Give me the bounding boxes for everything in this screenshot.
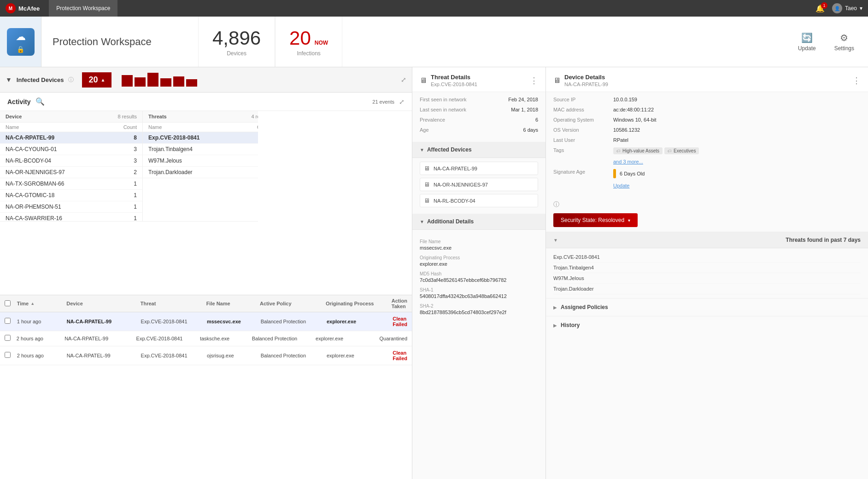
device-row[interactable]: NA-OR-NJENNIGES-97 2 bbox=[0, 167, 142, 178]
last-user-key: Last User bbox=[553, 137, 613, 143]
history-label: History bbox=[561, 322, 580, 328]
device-row[interactable]: NA-OR-PHEMSON-51 1 bbox=[0, 201, 142, 213]
threat-detail-rows: First seen in network Feb 24, 2018 Last … bbox=[412, 92, 545, 142]
history-header[interactable]: ▶ History bbox=[546, 316, 868, 334]
last-seen-val: Mar 1, 2018 bbox=[480, 107, 538, 112]
update-label: Update bbox=[798, 45, 816, 52]
log-policy-header: Active Policy bbox=[260, 301, 325, 306]
threat-panel-title: Threat Details bbox=[431, 74, 477, 81]
select-all-checkbox[interactable] bbox=[5, 300, 11, 306]
device-count: 1 bbox=[114, 204, 137, 210]
log-row[interactable]: 2 hours ago NA-CA-RPATEL-99 Exp.CVE-2018… bbox=[0, 346, 412, 365]
additional-details-section[interactable]: ▼ Additional Details bbox=[412, 214, 545, 230]
threats-count-header: Count bbox=[247, 124, 258, 130]
sig-age-row: Signature Age 6 Days Old bbox=[553, 169, 861, 178]
log-row-checkbox[interactable] bbox=[5, 352, 16, 359]
security-state-button[interactable]: Security State: Resoloved ▾ bbox=[553, 213, 638, 227]
spark-bar-4 bbox=[160, 78, 171, 87]
age-row: Age 6 days bbox=[420, 127, 538, 133]
log-row[interactable]: 1 hour ago NA-CA-RPATEL-99 Exp.CVE-2018-… bbox=[0, 312, 412, 331]
security-state-label: Security State: Resoloved bbox=[561, 217, 624, 223]
mcafee-logo: M McAfee bbox=[6, 3, 40, 13]
user-name: Taeo bbox=[845, 5, 857, 12]
threat-row[interactable]: Exp.CVE-2018-0841 3 bbox=[143, 132, 258, 144]
devices-count: 4,896 bbox=[212, 27, 261, 49]
update-action[interactable]: 🔄 Update bbox=[798, 32, 816, 52]
threats-found-header[interactable]: ▼ Threats found in past 7 days bbox=[546, 232, 868, 248]
expand-icon[interactable]: ⤢ bbox=[401, 76, 406, 83]
log-row-checkbox[interactable] bbox=[5, 335, 16, 342]
affected-device-name: NA-OR-NJENNIGES-97 bbox=[434, 182, 488, 187]
affected-devices-section[interactable]: ▼ Affected Devices bbox=[412, 142, 545, 158]
device-count: 1 bbox=[114, 181, 137, 187]
header-title-area: Protection Workspace bbox=[41, 17, 198, 67]
log-row[interactable]: 2 hours ago NA-CA-RPATEL-99 Exp.CVE-2018… bbox=[0, 331, 412, 346]
user-menu[interactable]: 👤 Taeo ▾ bbox=[832, 3, 862, 13]
device-count: 1 bbox=[114, 192, 137, 199]
log-file-header: File Name bbox=[206, 301, 259, 306]
source-ip-val: 10.0.0.159 bbox=[613, 97, 637, 102]
infected-bar-info-icon[interactable]: ⓘ bbox=[68, 76, 74, 84]
device-row[interactable]: NA-TX-SGROBMAN-66 1 bbox=[0, 178, 142, 190]
threat-row[interactable]: Trojan.Tinbalgen4 2 bbox=[143, 144, 258, 155]
nav-tab-protection-workspace[interactable]: Protection Workspace bbox=[49, 0, 117, 17]
source-ip-row: Source IP 10.0.0.159 bbox=[553, 97, 861, 102]
os-ver-val: 10586.1232 bbox=[613, 127, 640, 133]
threat-row[interactable]: Trojan.Darkloader 1 bbox=[143, 167, 258, 178]
top-nav-right: 🔔 1 👤 Taeo ▾ bbox=[815, 3, 862, 13]
device-col-header: Device 8 results bbox=[0, 111, 142, 123]
log-cell-device: NA-CA-RPATEL-99 bbox=[67, 353, 140, 358]
sha2-key: SHA-2 bbox=[420, 304, 538, 309]
device-panel-menu-icon[interactable]: ⋮ bbox=[852, 76, 861, 86]
info-row: ⓘ bbox=[546, 198, 868, 211]
and-more-row: and 3 more... bbox=[553, 159, 861, 164]
log-time-header[interactable]: Time ▲ bbox=[17, 301, 66, 306]
sig-update-row: Update bbox=[553, 183, 861, 188]
sparkline-area bbox=[122, 73, 197, 87]
tags-key: Tags bbox=[553, 147, 613, 153]
tag-icon: 🏷 bbox=[616, 149, 621, 153]
device-row[interactable]: NA-RL-BCODY-04 3 bbox=[0, 155, 142, 167]
notification-icon[interactable]: 🔔 1 bbox=[815, 4, 825, 13]
threats-rows: Exp.CVE-2018-0841 3 Trojan.Tinbalgen4 2 … bbox=[143, 132, 258, 178]
device-row[interactable]: NA-CA-RPATEL-99 8 bbox=[0, 132, 142, 144]
add-details-toggle-icon: ▼ bbox=[420, 219, 424, 224]
sig-update-link[interactable]: Update bbox=[613, 183, 629, 188]
device-row[interactable]: NA-CA-SWARRIER-16 1 bbox=[0, 213, 142, 222]
assigned-policies-section: ▶ Assigned Policies bbox=[546, 298, 868, 316]
affected-device-item[interactable]: 🖥 NA-OR-NJENNIGES-97 bbox=[420, 178, 538, 191]
assigned-policies-label: Assigned Policies bbox=[561, 304, 608, 310]
log-header-row: Time ▲ Device Threat File Name Active Po… bbox=[0, 295, 412, 312]
header-bar: Protection Workspace 4,896 Devices 20 NO… bbox=[0, 17, 868, 67]
threat-panel-header: 🖥 Threat Details Exp.CVE-2018-0841 ⋮ bbox=[412, 67, 545, 92]
device-col-count: 8 results bbox=[117, 114, 137, 119]
threat-panel-menu-icon[interactable]: ⋮ bbox=[530, 76, 538, 86]
prevalence-key: Prevalence bbox=[420, 117, 480, 123]
monitor-icon: 🖥 bbox=[424, 197, 430, 204]
threat-count: 2 bbox=[247, 158, 258, 164]
device-row[interactable]: NA-CA-CYOUNG-01 3 bbox=[0, 144, 142, 155]
infected-count-box: 20 ▲ bbox=[82, 72, 111, 88]
and-more-link[interactable]: and 3 more... bbox=[613, 159, 643, 164]
device-name: NA-CA-CYOUNG-01 bbox=[6, 146, 114, 152]
device-count: 3 bbox=[114, 158, 137, 164]
additional-details-content: File Name mssecsvc.exe Originating Proce… bbox=[412, 230, 545, 320]
affected-device-item[interactable]: 🖥 NA-RL-BCODY-04 bbox=[420, 194, 538, 207]
threat-panel-header-left: 🖥 Threat Details Exp.CVE-2018-0841 bbox=[420, 74, 477, 87]
threat-count: 3 bbox=[247, 134, 258, 141]
assigned-policies-header[interactable]: ▶ Assigned Policies bbox=[546, 298, 868, 316]
log-row-checkbox[interactable] bbox=[5, 318, 16, 325]
activity-search-icon[interactable]: 🔍 bbox=[35, 97, 45, 106]
activity-expand-button[interactable]: ⤢ bbox=[399, 98, 405, 105]
device-details-panel: 🖥 Device Details NA-CA-RPATEL-99 ⋮ Sourc… bbox=[546, 67, 868, 479]
sig-age-text: 6 Days Old bbox=[620, 171, 645, 176]
settings-action[interactable]: ⚙ Settings bbox=[834, 32, 854, 52]
threat-row[interactable]: W97M.Jelous 2 bbox=[143, 155, 258, 167]
affected-device-item[interactable]: 🖥 NA-CA-RPATEL-99 bbox=[420, 162, 538, 175]
tags-row: Tags 🏷 High-value Assets 🏷 Executives bbox=[553, 147, 861, 154]
log-cell-threat: Exp.CVE-2018-0841 bbox=[141, 353, 206, 358]
assigned-policies-toggle-icon: ▶ bbox=[553, 305, 557, 310]
device-row[interactable]: NA-CA-GTOMIC-18 1 bbox=[0, 190, 142, 201]
log-checkbox-header[interactable] bbox=[5, 300, 16, 307]
infected-bar-toggle[interactable]: ▼ bbox=[6, 76, 12, 83]
